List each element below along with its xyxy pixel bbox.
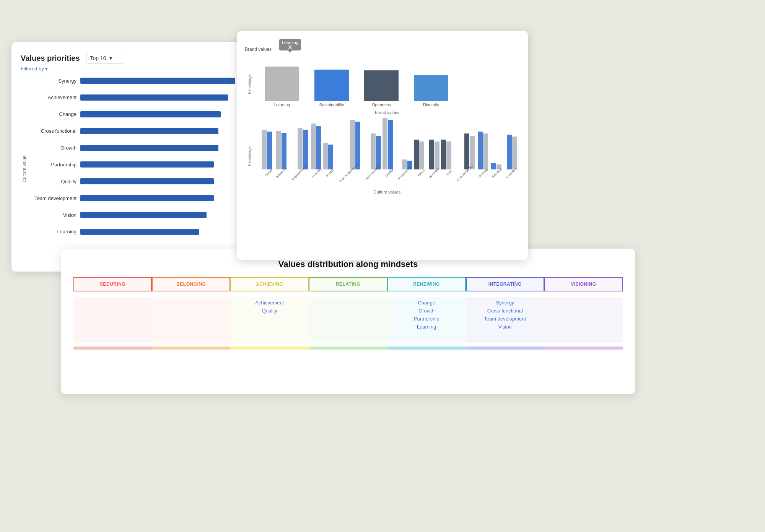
bar-fill [80, 78, 235, 84]
bar-label: Synergy [31, 78, 76, 84]
filtered-by-link[interactable]: Filtered by ▾ [21, 66, 247, 72]
bar-fill [80, 229, 199, 235]
culture-bar-2 [512, 137, 517, 169]
value-item: Achievement [255, 300, 284, 306]
bar-label: Quality [31, 179, 76, 184]
bar-chart-area: Culture value SynergyAchievementChangeCr… [21, 75, 247, 263]
culture-bar-group: Innovation [503, 135, 517, 175]
culture-bar-label: Trust [446, 169, 453, 177]
culture-bar-2 [328, 145, 333, 169]
brand-tooltip: Learning 38 [279, 39, 301, 50]
bar-fill [80, 128, 218, 134]
value-item: Growth [418, 308, 435, 314]
culture-bar-2 [282, 133, 286, 169]
color-band-segment [387, 347, 466, 350]
brand-chart-inner: Percentage LearningSustainabilityOpennes… [245, 54, 520, 115]
culture-bar-1 [371, 133, 376, 169]
value-item: Team development [484, 316, 526, 322]
culture-bars-row: ClarityEfficiencyEmpowermentLearningImpa… [262, 118, 520, 175]
bar-fill [80, 161, 214, 168]
brand-bar [364, 70, 399, 101]
culture-bar-group: Empathy [490, 163, 502, 175]
values-col: AchievementQuality [230, 297, 309, 343]
culture-bar-group: Learning [309, 124, 321, 175]
culture-bar-group: Efficiency [273, 131, 286, 175]
culture-bar-2 [446, 142, 451, 169]
bar-row: Synergy [31, 75, 247, 86]
culture-bar-group: Impact [323, 143, 333, 175]
bar-label: Learning [31, 229, 76, 234]
bar-fill [80, 111, 221, 117]
values-col [73, 297, 152, 343]
brand-y-axis-label: Percentage [245, 54, 254, 115]
culture-bar-group: Trust [441, 140, 451, 175]
culture-bar-1 [478, 132, 483, 169]
bar-row: Team development [31, 193, 247, 203]
mindset-cell: ACHIEVING [230, 277, 309, 291]
bar-row: Learning [31, 226, 247, 237]
top10-dropdown[interactable]: Top 10 ▾ [86, 53, 124, 63]
color-band-segment [73, 347, 152, 350]
values-col [544, 297, 623, 343]
culture-bar-group: Empowerment [288, 128, 308, 175]
culture-bar-group: Team Achievement [335, 120, 361, 175]
values-col [152, 297, 230, 343]
brand-bar-label: Openness [372, 102, 391, 107]
brand-bar-group: Openness [364, 70, 399, 107]
bar-label: Cross functional [31, 128, 76, 134]
culture-bar-2 [267, 132, 272, 169]
brand-bar-label: Diversity [423, 102, 439, 107]
brand-bar-group: Diversity [414, 75, 448, 107]
culture-bar-1 [323, 143, 328, 169]
distribution-title: Values distribution along mindsets [73, 259, 623, 269]
culture-bar-1 [464, 133, 469, 169]
culture-bar-1 [491, 163, 496, 169]
bar-track [80, 212, 247, 218]
brand-bars-row: LearningSustainabilityOpennessDiversity [265, 54, 520, 107]
culture-x-axis-label: Culture values [254, 190, 520, 194]
panel-title: Values priorities [21, 54, 80, 63]
mindset-cell: RELATING [309, 277, 387, 291]
bar-track [80, 195, 247, 201]
culture-bar-label: Quality [385, 168, 394, 177]
culture-bars-area: ClarityEfficiencyEmpowermentLearningImpa… [254, 118, 520, 194]
value-item: Learning [417, 324, 436, 330]
culture-bar-1 [414, 140, 419, 169]
value-item: Partnership [414, 316, 439, 322]
bar-track [80, 94, 247, 101]
mindset-cell: RENEWING [387, 277, 466, 291]
bar-track [80, 178, 247, 184]
culture-bar-2 [435, 142, 439, 169]
bar-track [80, 128, 247, 134]
culture-y-axis-label: Percentage [245, 118, 254, 194]
bar-label: Team development [31, 195, 76, 201]
color-band-segment [544, 347, 623, 350]
brand-header: Brand values Learning 38 [245, 37, 520, 53]
color-band [73, 347, 623, 350]
brand-bar-label: Sustainability [319, 102, 344, 107]
bar-track [80, 229, 247, 235]
culture-bar-2 [483, 133, 488, 169]
culture-bar-group: Sustainability [394, 159, 412, 175]
mindset-cell: BELONGING [152, 277, 230, 291]
culture-chart-inner: Percentage ClarityEfficiencyEmpowermentL… [245, 118, 520, 194]
culture-bar-1 [276, 131, 281, 169]
color-band-segment [309, 347, 387, 350]
culture-bar-2 [419, 142, 424, 169]
brand-culture-panel: Brand values Learning 38 Percentage Lear… [237, 31, 528, 260]
culture-bar-1 [507, 135, 512, 169]
culture-bar-1 [382, 118, 387, 169]
values-priorities-panel: Values priorities Top 10 ▾ Filtered by ▾… [11, 42, 256, 272]
bar-track [80, 161, 247, 168]
brand-bar-label: Learning [274, 102, 290, 107]
bar-fill [80, 145, 218, 151]
culture-bar-1 [262, 130, 267, 169]
value-item: Cross functional [487, 308, 523, 314]
culture-bar-1 [311, 124, 316, 169]
values-col [309, 297, 387, 343]
value-item: Synergy [496, 300, 514, 306]
value-item: Change [418, 300, 435, 306]
bar-label: Partnership [31, 162, 76, 168]
culture-bar-2 [316, 126, 321, 169]
value-item: Quality [262, 308, 277, 314]
